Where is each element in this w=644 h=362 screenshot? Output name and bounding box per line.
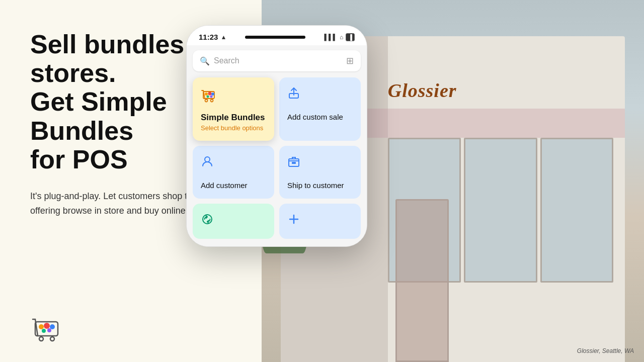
svg-point-14 <box>207 96 209 98</box>
svg-point-3 <box>39 324 44 329</box>
shipping-box-icon <box>287 155 300 171</box>
bottom-row-tiles <box>193 204 361 239</box>
green-tile[interactable] <box>193 204 274 239</box>
add-customer-tile[interactable]: Add customer <box>193 146 274 199</box>
phone-status-bar: 11:23 ▲ ▌▌▌ ⌂ ▐ <box>187 26 367 45</box>
wifi-icon: ⌂ <box>340 34 343 41</box>
refresh-icon <box>201 213 214 229</box>
svg-point-11 <box>205 93 208 96</box>
phone-container: 11:23 ▲ ▌▌▌ ⌂ ▐ 🔍 Search ⊞ <box>186 25 377 247</box>
search-icon: 🔍 <box>200 56 210 66</box>
window <box>540 138 613 283</box>
plus-tile[interactable] <box>279 204 361 239</box>
pos-grid: Simple Bundles Select bundle options Add… <box>193 77 361 199</box>
bottom-cart-icon <box>30 312 65 347</box>
location-icon: ▲ <box>220 34 226 41</box>
svg-point-7 <box>47 328 51 332</box>
glossier-sign: Glossier <box>388 79 457 102</box>
svg-point-1 <box>39 337 43 341</box>
svg-rect-19 <box>292 162 296 164</box>
svg-point-15 <box>210 96 213 98</box>
person-icon <box>201 155 214 171</box>
svg-point-5 <box>50 324 55 329</box>
svg-point-6 <box>42 329 46 333</box>
svg-point-10 <box>211 100 213 102</box>
svg-point-13 <box>211 93 214 96</box>
add-custom-sale-tile[interactable]: Add custom sale <box>279 77 361 141</box>
ship-to-customer-tile[interactable]: Ship to customer <box>279 146 361 199</box>
ship-to-customer-label: Ship to customer <box>287 181 344 190</box>
time-area: 11:23 ▲ <box>199 33 226 41</box>
barcode-icon: ⊞ <box>346 55 354 66</box>
plus-icon <box>287 213 300 229</box>
phone-content-area: 🔍 Search ⊞ <box>187 45 367 246</box>
search-bar[interactable]: 🔍 Search ⊞ <box>193 50 361 71</box>
svg-point-12 <box>208 92 212 96</box>
window <box>464 138 537 283</box>
svg-point-4 <box>44 323 50 329</box>
signal-icon: ▌▌▌ <box>324 34 337 41</box>
add-customer-label: Add customer <box>201 181 248 190</box>
add-custom-sale-label: Add custom sale <box>287 113 343 121</box>
battery-icon: ▐ <box>346 33 355 41</box>
phone-status-icons: ▌▌▌ ⌂ ▐ <box>324 33 355 41</box>
share-icon <box>287 86 300 103</box>
photo-credit: Glossier, Seattle, WA <box>577 347 634 354</box>
bundles-subtitle: Select bundle options <box>201 124 266 132</box>
notch-bar <box>245 36 305 39</box>
phone-time: 11:23 <box>199 33 218 41</box>
svg-point-17 <box>205 157 210 162</box>
bundles-title: Simple Bundles <box>201 113 266 123</box>
bundles-cart-icon <box>201 86 266 109</box>
svg-point-9 <box>205 100 208 102</box>
svg-point-2 <box>50 337 54 341</box>
phone-mockup: 11:23 ▲ ▌▌▌ ⌂ ▐ 🔍 Search ⊞ <box>186 25 367 247</box>
search-input[interactable]: Search <box>214 56 342 65</box>
simple-bundles-tile[interactable]: Simple Bundles Select bundle options <box>193 77 274 141</box>
store-door <box>395 199 449 362</box>
